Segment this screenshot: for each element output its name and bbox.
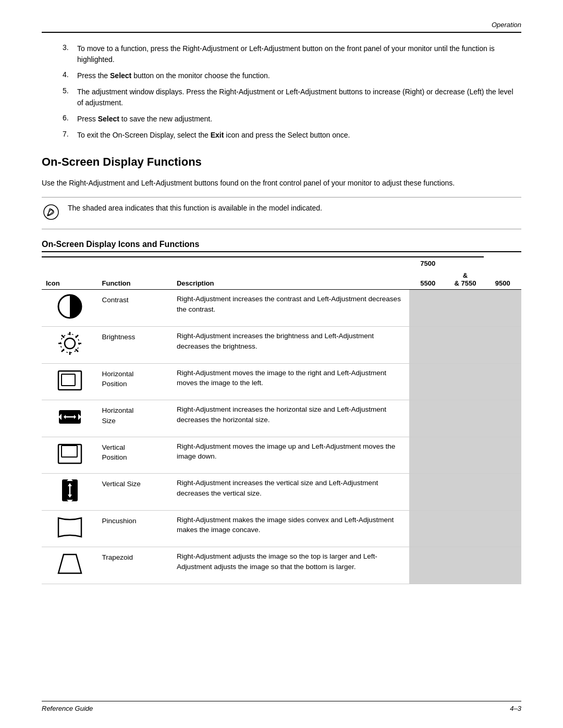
vertical-size-icon xyxy=(56,477,83,504)
vpos-7500 xyxy=(447,437,484,474)
pincushion-5500 xyxy=(409,510,447,547)
table-row: Brightness Right-Adjustment increases th… xyxy=(42,326,521,363)
list-item: 5. The adjustment window displays. Press… xyxy=(63,87,521,108)
col-function-header: Function xyxy=(98,269,173,290)
pencil-icon xyxy=(43,204,59,220)
contrast-function: Contrast xyxy=(98,290,173,327)
contrast-7500 xyxy=(447,290,484,327)
subsection-title: On-Screen Display Icons and Functions xyxy=(42,240,521,252)
table-row: HorizontalPosition Right-Adjustment move… xyxy=(42,363,521,400)
trapezoid-7500 xyxy=(447,547,484,584)
trapezoid-desc: Right-Adjustment adjusts the image so th… xyxy=(173,547,409,584)
vsize-9500 xyxy=(484,474,521,511)
table-row: Vertical Size Right-Adjustment increases… xyxy=(42,474,521,511)
table-row: VerticalPosition Right-Adjustment moves … xyxy=(42,437,521,474)
section-title: On-Screen Display Functions xyxy=(42,155,521,169)
footer: Reference Guide 4–3 xyxy=(42,701,521,712)
contrast-desc: Right-Adjustment increases the contrast … xyxy=(173,290,409,327)
trapezoid-icon-cell xyxy=(42,547,98,584)
list-item: 4. Press the Select button on the monito… xyxy=(63,70,521,81)
page: Operation 3. To move to a function, pres… xyxy=(0,0,563,728)
pincushion-icon xyxy=(56,514,83,541)
vpos-function: VerticalPosition xyxy=(98,437,173,474)
step-num: 7. xyxy=(63,130,73,141)
hsize-7500 xyxy=(447,400,484,437)
brightness-icon-cell xyxy=(42,326,98,363)
brightness-desc: Right-Adjustment increases the brightnes… xyxy=(173,326,409,363)
note-icon xyxy=(42,204,60,224)
contrast-icon xyxy=(56,293,83,320)
contrast-5500 xyxy=(409,290,447,327)
step-num: 4. xyxy=(63,70,73,81)
vsize-7500 xyxy=(447,474,484,511)
brightness-function: Brightness xyxy=(98,326,173,363)
col-icon-header: Icon xyxy=(42,269,98,290)
vpos-desc: Right-Adjustment moves the image up and … xyxy=(173,437,409,474)
vpos-9500 xyxy=(484,437,521,474)
hpos-desc: Right-Adjustment moves the image to the … xyxy=(173,363,409,400)
horizontal-position-icon xyxy=(56,367,83,394)
table-row: HorizontalSize Right-Adjustment increase… xyxy=(42,400,521,437)
vsize-5500 xyxy=(409,474,447,511)
steps-list: 3. To move to a function, press the Righ… xyxy=(63,43,521,141)
brightness-icon xyxy=(56,330,83,357)
vsize-function: Vertical Size xyxy=(98,474,173,511)
contrast-9500 xyxy=(484,290,521,327)
hsize-function: HorizontalSize xyxy=(98,400,173,437)
step-num: 6. xyxy=(63,114,73,125)
table-header-row-2: Icon Function Description 5500 && 7550 9… xyxy=(42,269,521,290)
svg-point-3 xyxy=(65,338,75,349)
pincushion-desc: Right-Adjustment makes the image sides c… xyxy=(173,510,409,547)
vsize-desc: Right-Adjustment increases the vertical … xyxy=(173,474,409,511)
trapezoid-9500 xyxy=(484,547,521,584)
list-item: 6. Press Select to save the new adjustme… xyxy=(63,114,521,125)
table-row: Contrast Right-Adjustment increases the … xyxy=(42,290,521,327)
hpos-function: HorizontalPosition xyxy=(98,363,173,400)
svg-point-0 xyxy=(44,205,58,219)
pincushion-icon-cell xyxy=(42,510,98,547)
vpos-icon-cell xyxy=(42,437,98,474)
pincushion-7500 xyxy=(447,510,484,547)
list-item: 3. To move to a function, press the Righ… xyxy=(63,43,521,65)
step-text: To exit the On-Screen Display, select th… xyxy=(77,130,521,141)
col-7500-7550-header: && 7550 xyxy=(447,269,484,290)
step-text: Press Select to save the new adjustment. xyxy=(77,114,521,125)
note-text: The shaded area indicates that this func… xyxy=(68,203,322,214)
brightness-7500 xyxy=(447,326,484,363)
trapezoid-5500 xyxy=(409,547,447,584)
functions-table: 7500 Icon Function Description 5500 && 7… xyxy=(42,256,521,584)
horizontal-size-icon xyxy=(56,403,83,430)
vsize-icon-cell xyxy=(42,474,98,511)
hsize-5500 xyxy=(409,400,447,437)
table-row: Trapezoid Right-Adjustment adjusts the i… xyxy=(42,547,521,584)
hsize-desc: Right-Adjustment increases the horizonta… xyxy=(173,400,409,437)
svg-marker-29 xyxy=(58,554,81,573)
brightness-5500 xyxy=(409,326,447,363)
pincushion-function: Pincushion xyxy=(98,510,173,547)
step-text: Press the Select button on the monitor c… xyxy=(77,70,521,81)
trapezoid-icon xyxy=(56,550,83,577)
hsize-9500 xyxy=(484,400,521,437)
col-7500-header: 7500 xyxy=(409,257,447,269)
footer-right: 4–3 xyxy=(510,705,521,712)
svg-rect-22 xyxy=(62,446,77,457)
hpos-5500 xyxy=(409,363,447,400)
step-num: 5. xyxy=(63,87,73,108)
col-9500-header: 9500 xyxy=(484,269,521,290)
hpos-9500 xyxy=(484,363,521,400)
pincushion-9500 xyxy=(484,510,521,547)
svg-line-9 xyxy=(76,349,78,352)
trapezoid-function: Trapezoid xyxy=(98,547,173,584)
step-text: The adjustment window displays. Press th… xyxy=(77,87,521,108)
table-header-row-1: 7500 xyxy=(42,257,521,269)
intro-text: Use the Right-Adjustment and Left-Adjust… xyxy=(42,177,521,189)
table-row: Pincushion Right-Adjustment makes the im… xyxy=(42,510,521,547)
page-header: Operation xyxy=(42,21,521,33)
hsize-icon-cell xyxy=(42,400,98,437)
step-num: 3. xyxy=(63,43,73,65)
section-label: Operation xyxy=(492,21,521,29)
footer-left: Reference Guide xyxy=(42,705,93,712)
hpos-icon-cell xyxy=(42,363,98,400)
col-desc-header: Description xyxy=(173,269,409,290)
brightness-9500 xyxy=(484,326,521,363)
